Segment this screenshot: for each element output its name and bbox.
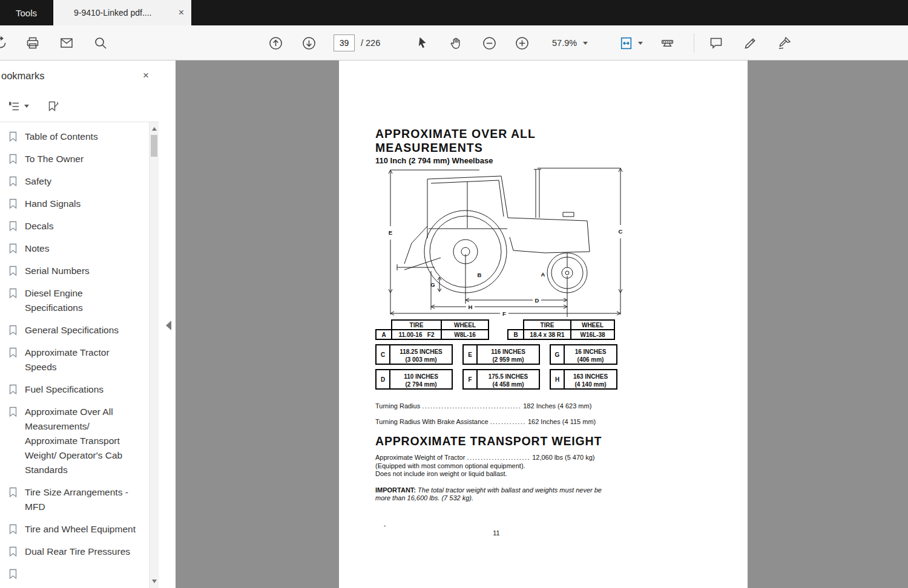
bookmark-icon [8, 384, 18, 395]
fit-width-dropdown[interactable] [619, 25, 643, 60]
reading-mode-button[interactable] [656, 31, 679, 54]
dim-label-e: E [389, 229, 392, 236]
bookmark-item[interactable]: Safety [8, 174, 139, 189]
wheelbase-subtitle: 110 Inch (2 794 mm) Wheelbase [375, 156, 623, 166]
bookmark-item[interactable]: To The Owner [8, 152, 139, 166]
bookmark-item[interactable]: Notes [8, 241, 139, 256]
comment-button[interactable] [705, 31, 728, 54]
bookmark-item-partial[interactable] [8, 567, 139, 580]
tab-document[interactable]: 9-9410-Linked pdf.... × [53, 0, 191, 25]
bookmark-item[interactable]: Approximate Tractor Speeds [8, 345, 139, 374]
scroll-up-icon[interactable] [152, 127, 157, 131]
zoom-out-button[interactable] [478, 31, 501, 54]
fill-sign-button[interactable] [773, 31, 796, 54]
row-label: A [376, 330, 392, 339]
previous-page-button[interactable] [264, 31, 287, 54]
turning-radius-line: Turning Radius..........................… [375, 398, 623, 414]
arrow-down-circle-icon [301, 36, 317, 51]
page-number: 11 [375, 529, 617, 537]
chevron-down-icon [638, 42, 643, 45]
scrollbar-thumb[interactable] [151, 135, 157, 157]
bookmark-item[interactable]: Hand Signals [8, 197, 139, 211]
bookmark-options-button[interactable] [7, 100, 29, 113]
document-view: APPROXIMATE OVER ALL MEASUREMENTS 110 In… [176, 60, 908, 588]
col-header: TIRE [524, 320, 571, 330]
email-button[interactable] [55, 31, 78, 54]
dim-label-b: B [478, 272, 482, 278]
bookmark-icon [8, 221, 18, 232]
main-area: ookmarks × Table of Contents [0, 60, 908, 588]
bookmarks-toolbar [0, 91, 159, 122]
next-page-button[interactable] [297, 31, 320, 54]
bookmark-label: General Specifications [25, 323, 119, 338]
bookmark-icon [8, 198, 18, 209]
zoom-in-button[interactable] [510, 31, 533, 54]
col-header: TIRE [392, 320, 441, 330]
select-tool-button[interactable] [411, 31, 434, 54]
bookmark-label: Serial Numbers [25, 264, 90, 278]
bookmark-label: Table of Contents [25, 129, 98, 144]
turning-radius-section: Turning Radius..........................… [375, 398, 623, 430]
acrobat-window: Tools 9-9410-Linked pdf.... × / 226 [0, 0, 908, 588]
bookmark-item[interactable]: Table of Contents [8, 129, 139, 144]
close-icon[interactable]: × [143, 70, 149, 82]
bookmark-label: Tire and Wheel Equipment [25, 522, 136, 537]
bookmark-icon [8, 546, 18, 557]
tire-wheel-table-a: TIRE WHEEL A 11.00-16 F2 W8L-16 [375, 319, 489, 340]
dimension-box: F 175.5 INCHES(4 458 mm) [462, 369, 540, 390]
bookmark-label: Decals [25, 219, 53, 234]
search-button[interactable] [89, 31, 112, 54]
envelope-icon [59, 36, 74, 50]
bookmark-item[interactable]: Approximate Over All Measurements/ Appro… [8, 405, 139, 477]
bookmark-item[interactable]: Decals [8, 219, 139, 234]
circular-arrow-icon[interactable] [0, 31, 12, 54]
pointer-icon [415, 36, 430, 50]
transport-weight-text: Approximate Weight of Tractor...........… [375, 454, 623, 479]
hand-tool-button[interactable] [444, 31, 467, 54]
tire-wheel-table-b: TIRE WHEEL B 18.4 x 38 R1 W16L-38 [507, 319, 615, 340]
bookmark-label: Approximate Over All Measurements/ Appro… [25, 405, 139, 477]
bookmark-label: Approximate Tractor Speeds [25, 345, 139, 374]
toolbar-divider [694, 33, 694, 53]
bookmark-item[interactable]: Diesel Engine Specifications [8, 286, 139, 315]
bookmark-icon [8, 487, 18, 498]
plus-circle-icon [515, 36, 530, 51]
page-title: APPROXIMATE OVER ALL MEASUREMENTS [375, 127, 623, 155]
bookmark-item[interactable]: Fuel Specifications [8, 382, 139, 397]
scroll-down-icon[interactable] [152, 580, 157, 583]
bookmark-icon [8, 569, 18, 580]
collapse-panel-icon[interactable] [166, 321, 171, 330]
bookmark-item[interactable]: Tire and Wheel Equipment [8, 522, 139, 537]
dimension-box: D 110 INCHES(2 794 mm) [375, 369, 453, 390]
arrow-up-circle-icon [268, 36, 283, 51]
zoom-level-dropdown[interactable]: 57.9% [552, 25, 588, 60]
bookmark-label: Diesel Engine Specifications [25, 286, 139, 315]
tab-tools-label: Tools [16, 8, 37, 18]
page-number-input[interactable] [334, 34, 355, 51]
printer-icon [25, 36, 40, 50]
sidebar-scrollbar[interactable] [149, 122, 159, 588]
bookmark-item[interactable]: Tire Size Arrangements - MFD [8, 485, 139, 514]
bookmark-icon [8, 407, 18, 417]
bookmark-icon [8, 154, 18, 165]
dim-label-c: C [619, 228, 623, 235]
fit-width-icon [619, 36, 634, 51]
draw-button[interactable] [739, 31, 762, 54]
bookmark-icon [8, 176, 18, 187]
toolbar: / 226 57.9% [0, 25, 908, 60]
pdf-page: APPROXIMATE OVER ALL MEASUREMENTS 110 In… [339, 60, 748, 588]
print-button[interactable] [21, 31, 44, 54]
dim-label-g: G [430, 281, 435, 288]
add-bookmark-button[interactable] [46, 100, 59, 113]
transport-weight-title: APPROXIMATE TRANSPORT WEIGHT [375, 434, 623, 448]
tab-close-icon[interactable]: × [179, 8, 184, 18]
page-total-label: / 226 [361, 38, 380, 48]
tab-document-label: 9-9410-Linked pdf.... [74, 8, 151, 18]
bookmark-item[interactable]: Serial Numbers [8, 264, 139, 278]
bookmark-item[interactable]: Dual Rear Tire Pressures [8, 544, 139, 559]
bookmarks-header: ookmarks × [0, 60, 159, 91]
panel-gutter [159, 60, 176, 588]
tab-tools[interactable]: Tools [0, 0, 53, 25]
tractor-diagram: E C A B G D H F [383, 166, 625, 318]
bookmark-item[interactable]: General Specifications [8, 323, 139, 338]
